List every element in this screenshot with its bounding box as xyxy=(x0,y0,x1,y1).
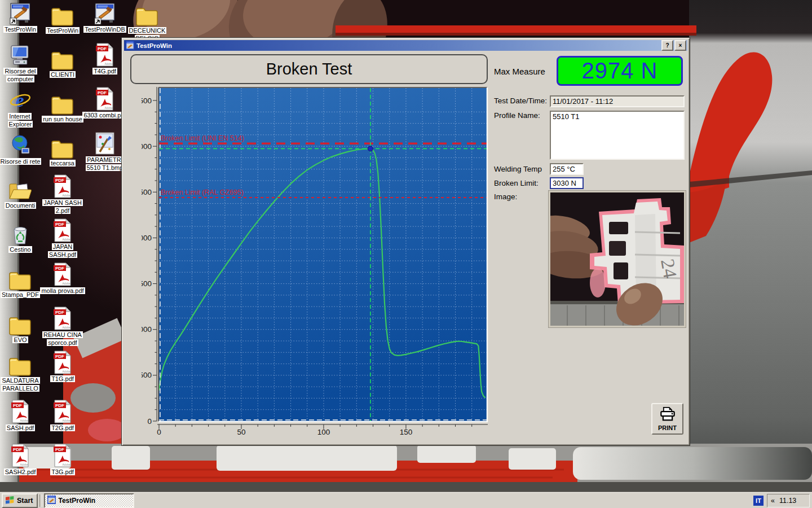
desktop-icon-label: JAPAN SASH 2.pdf xyxy=(39,199,86,215)
y-tick-label: 1.500 xyxy=(142,279,152,288)
desktop-icon-clienti[interactable]: CLIENTI xyxy=(39,47,86,79)
desktop-icon-label: Internet Explorer xyxy=(0,113,44,129)
print-button[interactable]: PRINT xyxy=(651,403,683,435)
broken-limit-field[interactable]: 3030 N xyxy=(550,177,584,189)
window-titlebar[interactable]: TestProWin ? × xyxy=(124,40,687,51)
desktop-icon-risorse-di-rete[interactable]: Risorse di rete xyxy=(0,134,44,166)
pdf-icon: PDFAdobe xyxy=(0,401,44,423)
svg-text:24: 24 xyxy=(657,257,681,280)
desktop-icon-label: Cestino xyxy=(0,246,44,254)
desktop-icon-label: Documenti xyxy=(0,202,44,210)
broken-limit-label: Broken Limit: xyxy=(494,179,539,187)
desktop-icon-stampa-pdf[interactable]: Stampa_PDF xyxy=(0,268,44,299)
desktop-icon-molla-prova-pdf[interactable]: PDFAdobemolla prova.pdf xyxy=(39,264,86,295)
folder-icon xyxy=(0,353,44,376)
desktop-icon-cestino[interactable]: Cestino xyxy=(0,222,44,254)
force-chart-svg: Broken Limit (UNI EN 514)Broken Limit (R… xyxy=(142,82,498,446)
svg-text:PDF: PDF xyxy=(55,266,64,271)
desktop-icon-evo[interactable]: EVO xyxy=(0,313,44,344)
desktop-icon-teccarsa[interactable]: teccarsa xyxy=(39,136,86,168)
svg-text:Adobe: Adobe xyxy=(20,419,29,422)
desktop-icon-rehau-cina-sporco-pdf[interactable]: PDFAdobeREHAU CINA sporco.pdf xyxy=(39,308,86,347)
network-icon xyxy=(0,134,44,157)
svg-text:Adobe: Adobe xyxy=(63,463,71,466)
y-tick-label: 2.000 xyxy=(142,234,152,242)
windows-logo-icon xyxy=(5,496,15,506)
taskbar-divider xyxy=(39,494,42,507)
taskbar-task-testprowin[interactable]: TestProWin xyxy=(44,493,134,508)
welding-temp-field[interactable]: 255 °C xyxy=(550,163,584,175)
desktop-icon-label: TestProWinDB xyxy=(81,26,129,34)
close-button[interactable]: × xyxy=(674,40,686,51)
y-tick-label: 500 xyxy=(142,371,152,379)
svg-text:PDF: PDF xyxy=(55,222,64,227)
app-icon xyxy=(0,2,44,25)
desktop-icon-t3g-pdf[interactable]: PDFAdobeT3G.pdf xyxy=(39,445,86,476)
desktop-icon-t2g-pdf[interactable]: PDFAdobeT2G.pdf xyxy=(39,401,86,432)
max-measure-label: Max Measure xyxy=(494,67,545,76)
svg-text:Adobe: Adobe xyxy=(63,326,71,329)
desktop-icon-label: TestProWin xyxy=(39,27,86,35)
desktop-icon-label: molla prova.pdf xyxy=(39,287,86,295)
svg-text:PDF: PDF xyxy=(98,90,107,95)
language-indicator[interactable]: IT xyxy=(753,496,764,506)
svg-text:Adobe: Adobe xyxy=(20,463,29,466)
pdf-icon: PDFAdobe xyxy=(39,176,86,198)
image-label: Image: xyxy=(494,192,517,201)
test-datetime-label: Test Date/Time: xyxy=(494,97,547,105)
desktop-icon-internet-explorer[interactable]: eInternet Explorer xyxy=(0,89,44,129)
desktop-icon-testprowin[interactable]: TestProWin xyxy=(0,2,44,34)
x-tick-label: 50 xyxy=(237,428,245,436)
desktop-icon-sash-pdf[interactable]: PDFAdobeSASH.pdf xyxy=(0,401,44,432)
desktop-icon-japan-sash-pdf[interactable]: PDFAdobeJAPAN SASH.pdf xyxy=(39,220,86,259)
desktop-icon-japan-sash-2-pdf[interactable]: PDFAdobeJAPAN SASH 2.pdf xyxy=(39,176,86,215)
desktop-icon-t1g-pdf[interactable]: PDFAdobeT1G.pdf xyxy=(39,352,86,383)
cursor-dot xyxy=(368,146,373,151)
docs-icon xyxy=(0,178,44,201)
help-button[interactable]: ? xyxy=(661,40,673,51)
folder-icon xyxy=(123,3,171,26)
desktop-icon-label: SASH.pdf xyxy=(0,424,44,432)
svg-text:Adobe: Adobe xyxy=(63,282,71,285)
desktop-icon-testprowindb[interactable]: TestProWinDB xyxy=(81,2,129,34)
tray-clock-box[interactable]: « 11.13 xyxy=(767,494,810,507)
x-tick-label: 150 xyxy=(400,428,413,436)
desktop-icon-documenti[interactable]: Documenti xyxy=(0,178,44,210)
desktop-icon-label: T1G.pdf xyxy=(39,375,86,383)
svg-text:Adobe: Adobe xyxy=(63,194,71,197)
y-tick-label: 0 xyxy=(147,417,152,426)
y-tick-label: 2.500 xyxy=(142,188,152,196)
tray-chevrons-icon[interactable]: « xyxy=(771,497,775,505)
task-label: TestProWin xyxy=(58,497,95,505)
desktop-icon-label: EVO xyxy=(0,336,44,344)
max-measure-value: 2974 N xyxy=(557,56,683,86)
test-datetime-field[interactable]: 11/01/2017 - 11:12 xyxy=(550,95,685,107)
desktop-icon-testprowin[interactable]: TestProWin xyxy=(39,3,86,35)
svg-text:Adobe: Adobe xyxy=(63,238,71,241)
profile-name-field[interactable]: 5510 T1 xyxy=(550,111,685,160)
folder-icon xyxy=(0,268,44,290)
desktop-icon-label: Risorse del computer xyxy=(0,68,44,84)
desktop-icon-sash2-pdf[interactable]: PDFAdobeSASH2.pdf xyxy=(0,445,44,476)
testprowin-window: TestProWin ? × Broken Test Broken Limit … xyxy=(121,37,690,446)
desktop-icon-run-sun-house[interactable]: run sun house xyxy=(39,92,86,124)
svg-text:PDF: PDF xyxy=(55,403,64,408)
svg-text:PDF: PDF xyxy=(98,46,107,51)
x-tick-label: 0 xyxy=(157,428,161,436)
y-tick-label: 3.000 xyxy=(142,142,152,151)
svg-text:Adobe: Adobe xyxy=(63,370,71,373)
desktop-icon-saldatura-parallelo[interactable]: SALDATURA PARALLELO xyxy=(0,353,44,393)
svg-text:PDF: PDF xyxy=(55,447,64,452)
y-tick-label: 3.500 xyxy=(142,97,152,105)
limit-line-label: Broken Limit (UNI EN 514) xyxy=(161,134,244,142)
folder-icon xyxy=(39,3,86,26)
desktop-icon-risorse-del-computer[interactable]: Risorse del computer xyxy=(0,44,44,84)
svg-text:Adobe: Adobe xyxy=(105,106,113,110)
taskbar: Start TestProWin IT « 11.13 xyxy=(0,492,812,508)
svg-text:PDF: PDF xyxy=(55,178,64,183)
app-icon xyxy=(126,41,134,50)
start-button[interactable]: Start xyxy=(2,493,38,508)
desktop: { "desktop": { "icons": [ {"label":"Test… xyxy=(0,0,812,508)
svg-text:Adobe: Adobe xyxy=(63,419,71,422)
desktop-icon-label: Stampa_PDF xyxy=(0,291,44,299)
